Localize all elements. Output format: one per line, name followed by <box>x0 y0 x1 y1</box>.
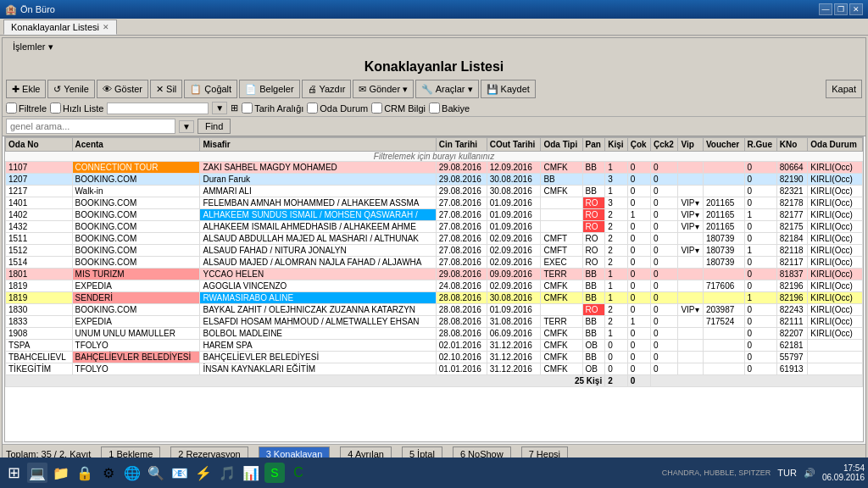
table-row[interactable]: TİKEGİTİMTFOLYOİNSAN KAYNAKLARI EĞİTİM01… <box>6 363 863 375</box>
table-cell: KIRLI(Occ) <box>808 269 863 280</box>
col-oda-no[interactable]: Oda No <box>6 138 73 152</box>
col-oda-durum[interactable]: Oda Durum <box>808 138 863 152</box>
taskbar-app-12[interactable]: C <box>288 463 309 483</box>
col-cin[interactable]: Cin Tarihi <box>436 138 487 152</box>
table-row[interactable]: 1512BOOKING.COMALSAUD FAHAD / NITURA JON… <box>6 245 863 257</box>
taskbar-app-6[interactable]: 🔍 <box>146 463 166 483</box>
bakiye-label[interactable]: Bakiye <box>429 103 470 114</box>
taskbar-app-10[interactable]: 📊 <box>241 463 261 483</box>
volume-icon[interactable]: 🔊 <box>804 468 815 479</box>
ekle-button[interactable]: ✚ Ekle <box>6 80 46 98</box>
oda-durum-checkbox[interactable] <box>307 103 318 114</box>
table-cell: ALHAKEEM ISMAIL AHMEDHASIB / ALHAKEEM AH… <box>200 221 436 233</box>
taskbar-app-8[interactable]: ⚡ <box>193 463 214 483</box>
col-cout[interactable]: COut Tarihi <box>487 138 541 152</box>
tarih-araligi-checkbox[interactable] <box>242 103 253 114</box>
table-cell: 717606 <box>703 280 744 292</box>
table-row[interactable]: TBAHCELIEVLBAHÇELİEVLER BELEDİYESİBAHÇEL… <box>6 352 863 363</box>
yenile-button[interactable]: ↺ Yenile <box>47 80 94 98</box>
maximize-button[interactable]: ❐ <box>834 3 848 15</box>
hizli-liste-checkbox[interactable] <box>50 103 61 114</box>
table-row[interactable]: 1217Walk-inAMMARI ALI29.08.201630.08.201… <box>6 186 863 197</box>
filter-icon: ⊞ <box>231 103 238 114</box>
table-cell: 0 <box>744 174 776 186</box>
col-voucher[interactable]: Voucher <box>703 138 744 152</box>
goster-button[interactable]: 👁 Göster <box>97 80 148 98</box>
kaydet-button[interactable]: 💾 Kaydet <box>481 80 536 98</box>
table-cell: 29.08.2016 <box>436 186 487 197</box>
combo-arrow-icon[interactable]: ▼ <box>212 102 227 114</box>
cogalt-button[interactable]: 📋 Çoğalt <box>184 80 237 98</box>
table-row[interactable]: TSPATFOLYOHAREM SPA02.01.201631.12.2016C… <box>6 340 863 352</box>
taskbar-app-5[interactable]: 🌐 <box>122 463 142 483</box>
table-cell: 1 <box>744 292 776 304</box>
filtrele-checkbox[interactable] <box>6 103 17 114</box>
hizli-liste-checkbox-label[interactable]: Hızlı Liste <box>50 103 103 114</box>
title-bar-controls[interactable]: — ❐ ✕ <box>819 3 863 15</box>
araclar-button[interactable]: 🔧 Araçlar ▾ <box>415 80 478 98</box>
table-cell: EXPEDIA <box>72 280 200 292</box>
table-row[interactable]: 1819EXPEDIAAGOGLIA VINCENZO24.08.201602.… <box>6 280 863 292</box>
kapat-button[interactable]: Kapat <box>826 80 862 98</box>
taskbar-app-4[interactable]: ⚙ <box>98 463 119 483</box>
gonder-button[interactable]: ✉ Gönder ▾ <box>353 80 414 98</box>
table-row[interactable]: 1819SENDERİRWAMASIRABO ALINE28.08.201630… <box>6 292 863 304</box>
taskbar-app-11[interactable]: S <box>264 463 285 483</box>
table-row[interactable]: 1514BOOKING.COMALSAUD MAJED / ALOMRAN NA… <box>6 257 863 269</box>
table-cell: 1402 <box>6 209 73 221</box>
table-cell: CMFK <box>541 340 582 352</box>
table-cell: 27.08.2016 <box>436 257 487 269</box>
crm-bilgi-label[interactable]: CRM Bilgi <box>371 103 426 114</box>
table-row[interactable]: 1833EXPEDIAELSAFDI HOSAM MAHMOUD / ALMET… <box>6 316 863 328</box>
table-row[interactable]: 1401BOOKING.COMFELEMBAN AMNAH MOHAMMED /… <box>6 197 863 209</box>
find-button[interactable]: Find <box>198 119 231 134</box>
close-button[interactable]: ✕ <box>849 3 863 15</box>
sil-button[interactable]: ✕ Sil <box>150 80 182 98</box>
col-pan[interactable]: Pan <box>582 138 605 152</box>
belgeler-button[interactable]: 📄 Belgeler <box>239 80 299 98</box>
table-cell: 55797 <box>776 352 808 363</box>
col-oda-tipi[interactable]: Oda Tipi <box>541 138 582 152</box>
menu-islemler[interactable]: İşlemler ▾ <box>6 40 60 54</box>
table-row[interactable]: 1107CONNECTION TOURZAKI SAHBEL MAGDY MOH… <box>6 162 863 174</box>
search-combo-arrow[interactable]: ▼ <box>179 120 194 133</box>
search-input[interactable] <box>6 119 175 134</box>
taskbar-app-2[interactable]: 📁 <box>51 463 71 483</box>
tab-close-icon[interactable]: ✕ <box>103 23 109 31</box>
minimize-button[interactable]: — <box>819 3 832 15</box>
col-vip[interactable]: Vip <box>678 138 704 152</box>
col-acenta[interactable]: Acenta <box>72 138 200 152</box>
filter-combo[interactable] <box>107 103 209 114</box>
taskbar-app-1[interactable]: 💻 <box>27 463 47 483</box>
col-misafir[interactable]: Misafir <box>200 138 436 152</box>
col-kno[interactable]: KNo <box>776 138 808 152</box>
table-row[interactable]: 1511BOOKING.COMALSAUD ABDULLAH MAJED AL … <box>6 233 863 245</box>
tarih-araligi-label[interactable]: Tarih Aralığı <box>242 103 303 114</box>
table-cell: 29.08.2016 <box>436 269 487 280</box>
taskbar-app-7[interactable]: 📧 <box>170 463 190 483</box>
table-row[interactable]: 1908UNUM UNLU MAMULLERBOLBOL MADLEINE28.… <box>6 328 863 340</box>
col-rgue[interactable]: R.Gue <box>744 138 776 152</box>
table-row[interactable]: 1402BOOKING.COMALHAKEEM SUNDUS ISMAIL / … <box>6 209 863 221</box>
col-cok[interactable]: Çok <box>627 138 650 152</box>
crm-bilgi-checkbox[interactable] <box>371 103 382 114</box>
table-cell: 1819 <box>6 292 73 304</box>
filtrele-checkbox-label[interactable]: Filtrele <box>6 103 47 114</box>
table-cell: 28.08.2016 <box>436 304 487 316</box>
table-cell: BOOKING.COM <box>72 174 200 186</box>
col-cck2[interactable]: Çck2 <box>650 138 677 152</box>
tab-konaklayanlar[interactable]: Konaklayanlar Listesi ✕ <box>3 19 117 35</box>
total-val2: 0 <box>627 375 650 387</box>
taskbar-app-9[interactable]: 🎵 <box>217 463 237 483</box>
table-row[interactable]: 1830BOOKING.COMBAYKAL ZAHIT / OLEJHNICZA… <box>6 304 863 316</box>
table-cell: KIRLI(Occ) <box>808 316 863 328</box>
table-row[interactable]: 1432BOOKING.COMALHAKEEM ISMAIL AHMEDHASI… <box>6 221 863 233</box>
start-button[interactable]: ⊞ <box>3 463 24 483</box>
taskbar-app-3[interactable]: 🔒 <box>75 463 95 483</box>
col-kisi[interactable]: Kişi <box>605 138 628 152</box>
table-row[interactable]: 1207BOOKING.COMDuran Faruk29.08.201630.0… <box>6 174 863 186</box>
table-row[interactable]: 1801MIS TURIZMYCCAO HELEN29.08.201609.09… <box>6 269 863 280</box>
oda-durum-label[interactable]: Oda Durum <box>307 103 368 114</box>
bakiye-checkbox[interactable] <box>429 103 440 114</box>
yazdir-button[interactable]: 🖨 Yazdır <box>302 80 352 98</box>
